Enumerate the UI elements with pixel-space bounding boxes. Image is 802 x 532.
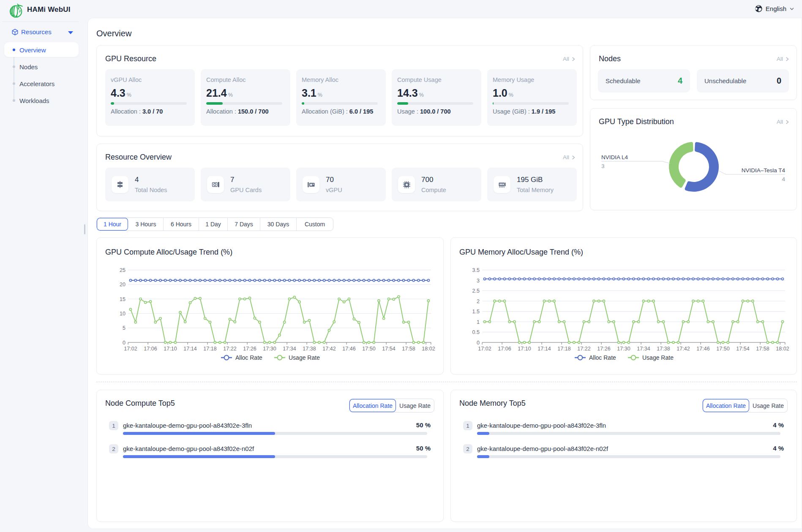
svg-text:Usage Rate: Usage Rate [289,354,320,361]
svg-text:17:46: 17:46 [342,346,355,352]
svg-text:17:26: 17:26 [597,346,610,352]
svg-text:0.5: 0.5 [472,329,480,335]
svg-text:17:38: 17:38 [303,346,316,352]
svg-text:2.5: 2.5 [472,288,480,294]
svg-text:17:06: 17:06 [144,346,157,352]
svg-text:17:50: 17:50 [716,346,729,352]
svg-text:NVIDIA–Tesla T4: NVIDIA–Tesla T4 [742,167,786,174]
svg-text:17:54: 17:54 [736,346,749,352]
svg-text:17:18: 17:18 [203,346,216,352]
svg-text:17:30: 17:30 [263,346,276,352]
svg-text:25: 25 [120,267,125,273]
svg-text:17:26: 17:26 [243,346,256,352]
svg-text:17:42: 17:42 [677,346,690,352]
svg-text:17:54: 17:54 [382,346,395,352]
svg-text:17:14: 17:14 [183,346,196,352]
svg-text:17:30: 17:30 [617,346,630,352]
svg-text:17:22: 17:22 [577,346,590,352]
svg-text:15: 15 [120,296,125,302]
svg-text:3: 3 [477,278,480,284]
svg-text:17:10: 17:10 [164,346,177,352]
svg-text:17:50: 17:50 [362,346,375,352]
svg-text:0: 0 [123,340,125,346]
svg-text:1.5: 1.5 [472,309,480,315]
svg-text:20: 20 [120,282,125,288]
svg-text:18:02: 18:02 [422,346,435,352]
svg-text:17:58: 17:58 [402,346,415,352]
svg-text:10: 10 [120,311,125,317]
svg-text:17:02: 17:02 [478,346,491,352]
svg-text:17:22: 17:22 [223,346,236,352]
svg-text:1: 1 [477,319,480,325]
svg-text:3.5: 3.5 [472,267,480,273]
svg-text:4: 4 [782,176,785,182]
svg-text:17:10: 17:10 [518,346,531,352]
svg-text:NVIDIA L4: NVIDIA L4 [601,154,628,160]
svg-text:17:02: 17:02 [124,346,137,352]
svg-text:17:06: 17:06 [498,346,511,352]
svg-text:2: 2 [477,299,480,304]
svg-text:17:34: 17:34 [283,346,296,352]
svg-text:17:58: 17:58 [756,346,769,352]
svg-text:Usage Rate: Usage Rate [642,354,674,361]
svg-text:Alloc Rate: Alloc Rate [589,354,616,361]
svg-text:17:14: 17:14 [537,346,551,352]
svg-text:17:42: 17:42 [322,346,336,352]
svg-text:17:18: 17:18 [557,346,570,352]
svg-text:17:38: 17:38 [657,346,670,352]
svg-text:Alloc Rate: Alloc Rate [235,354,262,361]
svg-text:0: 0 [477,340,480,346]
svg-text:18:02: 18:02 [776,346,789,352]
svg-text:17:46: 17:46 [696,346,709,352]
svg-text:17:34: 17:34 [637,346,650,352]
svg-text:3: 3 [601,163,605,169]
svg-text:5: 5 [123,325,125,331]
